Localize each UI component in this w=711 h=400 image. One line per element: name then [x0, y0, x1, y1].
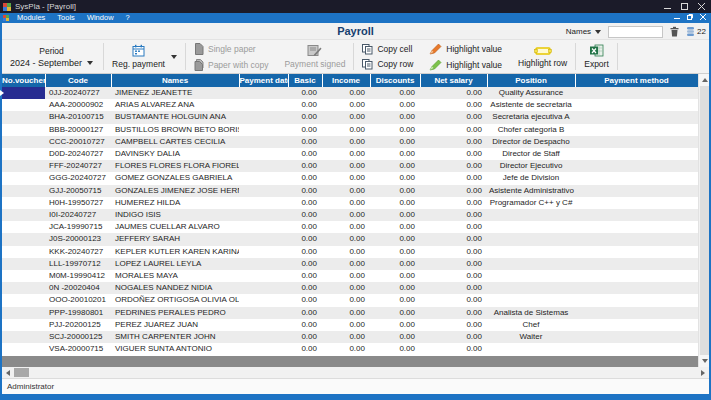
- cell-position[interactable]: Chef: [487, 319, 575, 331]
- table-row[interactable]: BBB-20000127BUSTILLOS BROWN BETO BORIS0.…: [2, 124, 698, 136]
- cell-payment_method[interactable]: [575, 209, 698, 221]
- table-row[interactable]: VSA-20000715VIGUER SUNTA ANTONIO0.000.00…: [2, 343, 698, 355]
- cell-basic[interactable]: 0.00: [288, 136, 322, 148]
- cell-name[interactable]: DAVINSKY DALIA: [111, 148, 239, 160]
- cell-voucher[interactable]: [2, 331, 45, 343]
- cell-position[interactable]: [487, 246, 575, 258]
- cell-position[interactable]: [487, 209, 575, 221]
- cell-name[interactable]: LOPEZ LAUREL LEYLA: [111, 258, 239, 270]
- cell-payment_method[interactable]: [575, 185, 698, 197]
- cell-payment_date[interactable]: [239, 221, 288, 233]
- cell-discounts[interactable]: 0.00: [370, 221, 420, 233]
- column-header-payment-method[interactable]: Payment method: [575, 74, 698, 87]
- cell-discounts[interactable]: 0.00: [370, 124, 420, 136]
- cell-position[interactable]: Director de Staff: [487, 148, 575, 160]
- table-row[interactable]: I0I-20240727INDIGO ISIS0.000.000.000.00: [2, 209, 698, 221]
- table-row[interactable]: 0JJ-20240727JIMENEZ JEANETTE0.000.000.00…: [2, 87, 698, 99]
- cell-income[interactable]: 0.00: [322, 258, 370, 270]
- cell-basic[interactable]: 0.00: [288, 209, 322, 221]
- cell-basic[interactable]: 0.00: [288, 185, 322, 197]
- cell-income[interactable]: 0.00: [322, 172, 370, 184]
- table-row[interactable]: SCJ-20000125SMITH CARPENTER JOHN0.000.00…: [2, 331, 698, 343]
- cell-name[interactable]: PEREZ JUAREZ JUAN: [111, 319, 239, 331]
- cell-discounts[interactable]: 0.00: [370, 148, 420, 160]
- cell-basic[interactable]: 0.00: [288, 87, 322, 99]
- cell-income[interactable]: 0.00: [322, 294, 370, 306]
- cell-code[interactable]: KKK-20240727: [45, 246, 111, 258]
- cell-code[interactable]: LLL-19970712: [45, 258, 111, 270]
- highlight-value-orange-button[interactable]: Highlight value: [429, 43, 502, 55]
- cell-basic[interactable]: 0.00: [288, 124, 322, 136]
- cell-payment_method[interactable]: [575, 136, 698, 148]
- cell-discounts[interactable]: 0.00: [370, 111, 420, 123]
- cell-income[interactable]: 0.00: [322, 136, 370, 148]
- cell-voucher[interactable]: [2, 294, 45, 306]
- cell-voucher[interactable]: [2, 99, 45, 111]
- cell-payment_method[interactable]: [575, 160, 698, 172]
- cell-basic[interactable]: 0.00: [288, 111, 322, 123]
- cell-payment_date[interactable]: [239, 294, 288, 306]
- cell-basic[interactable]: 0.00: [288, 233, 322, 245]
- cell-code[interactable]: D0D-20240727: [45, 148, 111, 160]
- cell-discounts[interactable]: 0.00: [370, 197, 420, 209]
- cell-code[interactable]: AAA-20000902: [45, 99, 111, 111]
- cell-position[interactable]: Jefe de Division: [487, 172, 575, 184]
- cell-code[interactable]: M0M-19990412: [45, 270, 111, 282]
- cell-payment_method[interactable]: [575, 246, 698, 258]
- cell-payment_method[interactable]: [575, 307, 698, 319]
- period-select[interactable]: 2024 - September: [10, 58, 93, 68]
- column-header-discounts[interactable]: Discounts: [370, 74, 420, 87]
- cell-voucher[interactable]: [2, 160, 45, 172]
- table-row[interactable]: PPP-19980801PEDRINES PERALES PEDRO0.000.…: [2, 307, 698, 319]
- delete-filter-button[interactable]: [670, 23, 679, 41]
- cell-discounts[interactable]: 0.00: [370, 160, 420, 172]
- cell-net_salary[interactable]: 0.00: [420, 185, 487, 197]
- cell-payment_method[interactable]: [575, 172, 698, 184]
- table-row[interactable]: M0M-19990412MORALES MAYA0.000.000.000.00: [2, 270, 698, 282]
- cell-net_salary[interactable]: 0.00: [420, 233, 487, 245]
- table-row[interactable]: 0N -20020404NOGALES NANDEZ NIDIA0.000.00…: [2, 282, 698, 294]
- cell-code[interactable]: 0N -20020404: [45, 282, 111, 294]
- cell-name[interactable]: PEDRINES PERALES PEDRO: [111, 307, 239, 319]
- cell-payment_date[interactable]: [239, 87, 288, 99]
- cell-position[interactable]: [487, 270, 575, 282]
- cell-voucher[interactable]: [2, 221, 45, 233]
- column-header-position[interactable]: Position: [487, 74, 575, 87]
- cell-payment_method[interactable]: [575, 233, 698, 245]
- cell-discounts[interactable]: 0.00: [370, 136, 420, 148]
- cell-discounts[interactable]: 0.00: [370, 319, 420, 331]
- highlight-row-button[interactable]: Highlight row: [510, 40, 575, 73]
- cell-discounts[interactable]: 0.00: [370, 307, 420, 319]
- cell-basic[interactable]: 0.00: [288, 221, 322, 233]
- cell-voucher[interactable]: [2, 246, 45, 258]
- cell-position[interactable]: [487, 294, 575, 306]
- cell-name[interactable]: GONZALES JIMENEZ JOSE HERNANDO: [111, 185, 239, 197]
- cell-income[interactable]: 0.00: [322, 124, 370, 136]
- cell-payment_date[interactable]: [239, 331, 288, 343]
- cell-code[interactable]: PJJ-20200125: [45, 319, 111, 331]
- cell-voucher[interactable]: [2, 233, 45, 245]
- cell-voucher[interactable]: [2, 209, 45, 221]
- cell-position[interactable]: Director de Despacho: [487, 136, 575, 148]
- cell-net_salary[interactable]: 0.00: [420, 270, 487, 282]
- cell-income[interactable]: 0.00: [322, 99, 370, 111]
- cell-payment_method[interactable]: [575, 270, 698, 282]
- cell-position[interactable]: [487, 343, 575, 355]
- cell-position[interactable]: Director Ejecutivo: [487, 160, 575, 172]
- cell-income[interactable]: 0.00: [322, 221, 370, 233]
- table-row[interactable]: LLL-19970712LOPEZ LAUREL LEYLA0.000.000.…: [2, 258, 698, 270]
- cell-name[interactable]: BUSTILLOS BROWN BETO BORIS: [111, 124, 239, 136]
- table-row[interactable]: H0H-19950727HUMEREZ HILDA0.000.000.000.0…: [2, 197, 698, 209]
- table-row[interactable]: GJJ-20050715GONZALES JIMENEZ JOSE HERNAN…: [2, 185, 698, 197]
- cell-income[interactable]: 0.00: [322, 307, 370, 319]
- cell-basic[interactable]: 0.00: [288, 148, 322, 160]
- cell-voucher[interactable]: [2, 87, 45, 99]
- single-paper-button[interactable]: Single paper: [194, 43, 268, 55]
- cell-name[interactable]: JIMENEZ JEANETTE: [111, 87, 239, 99]
- cell-name[interactable]: NOGALES NANDEZ NIDIA: [111, 282, 239, 294]
- cell-position[interactable]: [487, 221, 575, 233]
- search-input[interactable]: [608, 26, 663, 38]
- horizontal-scrollbar-thumb[interactable]: [14, 368, 29, 377]
- cell-payment_method[interactable]: [575, 319, 698, 331]
- cell-basic[interactable]: 0.00: [288, 160, 322, 172]
